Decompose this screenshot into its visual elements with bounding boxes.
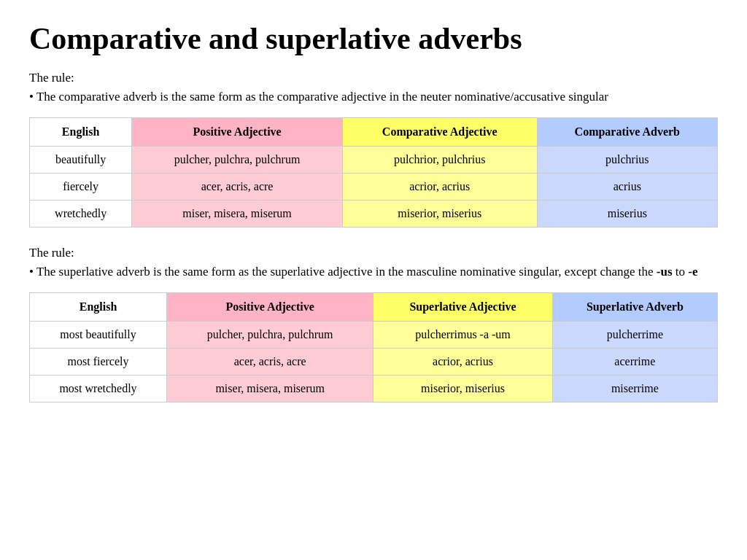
- comparative-table: English Positive Adjective Comparative A…: [29, 117, 718, 228]
- table2-row2-col2: miserior, miserius: [374, 376, 552, 402]
- table2-header-superlative: Superlative Adjective: [374, 293, 552, 322]
- table1-header-adverb: Comparative Adverb: [537, 118, 717, 147]
- table2-row2-col0: most wretchedly: [30, 376, 167, 402]
- rule2-block: The rule: • The superlative adverb is th…: [29, 244, 718, 281]
- superlative-table: English Positive Adjective Superlative A…: [29, 292, 718, 402]
- table1-row2-col1: miser, misera, miserum: [132, 201, 343, 228]
- table2-row2-col1: miser, misera, miserum: [167, 376, 374, 402]
- table1-row1-col2: acrior, acrius: [342, 174, 537, 201]
- rule2-line1: The rule:: [29, 244, 718, 262]
- table2-row0-col1: pulcher, pulchra, pulchrum: [167, 322, 374, 349]
- table1-header-positive: Positive Adjective: [132, 118, 343, 147]
- table1-row2-col3: miserius: [537, 201, 717, 228]
- table2-row1-col2: acrior, acrius: [374, 349, 552, 376]
- table1-row0-col3: pulchrius: [537, 147, 717, 174]
- table2-row1-col3: acerrime: [552, 349, 717, 376]
- table1-row0-col0: beautifully: [30, 147, 132, 174]
- rule2-line2-start: • The superlative adverb is the same for…: [29, 265, 657, 279]
- table2-header-positive: Positive Adjective: [167, 293, 374, 322]
- rule2-bold1: -us: [657, 265, 673, 279]
- rule1-line1: The rule:: [29, 69, 718, 88]
- table1-row1-col0: fiercely: [30, 174, 132, 201]
- rule1-block: The rule: • The comparative adverb is th…: [29, 69, 718, 106]
- table1-row2-col0: wretchedly: [30, 201, 132, 228]
- table2-row1-col1: acer, acris, acre: [167, 349, 374, 376]
- rule2-line2-mid: to: [673, 265, 689, 279]
- table2-row0-col2: pulcherrimus -a -um: [374, 322, 552, 349]
- table2-row1-col0: most fiercely: [30, 349, 167, 376]
- table2-row0-col3: pulcherrime: [552, 322, 717, 349]
- table2-row0-col0: most beautifully: [30, 322, 167, 349]
- table1-row0-col2: pulchrior, pulchrius: [342, 147, 537, 174]
- page-title: Comparative and superlative adverbs: [29, 22, 718, 55]
- table1-row1-col1: acer, acris, acre: [132, 174, 343, 201]
- table2-header-english: English: [30, 293, 167, 322]
- table1-row2-col2: miserior, miserius: [342, 201, 537, 228]
- table1-header-english: English: [30, 118, 132, 147]
- table1-row1-col3: acrius: [537, 174, 717, 201]
- table1-row0-col1: pulcher, pulchra, pulchrum: [132, 147, 343, 174]
- table1-header-comparative: Comparative Adjective: [342, 118, 537, 147]
- rule2-bold2: -e: [688, 265, 697, 279]
- rule1-line2: • The comparative adverb is the same for…: [29, 88, 718, 106]
- table2-header-adverb: Superlative Adverb: [552, 293, 717, 322]
- rule2-line2: • The superlative adverb is the same for…: [29, 262, 718, 281]
- table2-row2-col3: miserrime: [552, 376, 717, 402]
